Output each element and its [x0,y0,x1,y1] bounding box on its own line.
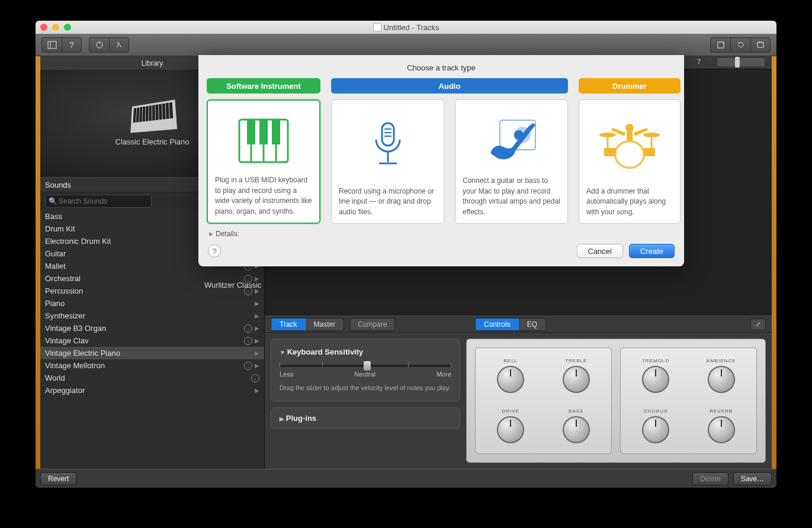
zoom-slider[interactable] [717,58,765,66]
loop-browser-button[interactable] [730,37,750,53]
download-icon[interactable]: ↓ [244,362,252,370]
expand-button[interactable]: ⤢ [750,318,766,330]
create-button[interactable]: Create [629,244,675,258]
main-toolbar: ? [36,34,776,56]
piano-keys-icon [215,107,312,175]
notepad-button[interactable] [710,37,730,53]
quick-help-button[interactable]: ? [62,37,82,53]
plugins-panel[interactable]: Plug-ins [271,407,460,429]
cancel-button[interactable]: Cancel [577,244,623,258]
disclosure-triangle-icon: ▶ [209,231,213,237]
chevron-right-icon: ▶ [255,300,259,307]
audio-guitar-card[interactable]: Connect a guitar or bass to your Mac to … [455,99,568,224]
download-icon[interactable]: ↓ [251,374,259,382]
drummer-icon [586,106,673,186]
revert-button[interactable]: Revert [40,472,76,485]
details-disclosure[interactable]: ▶Details: [198,224,684,240]
category-synthesizer[interactable]: Synthesizer▶ [40,310,264,322]
knob-reverb[interactable] [708,416,735,443]
svg-rect-15 [382,123,394,146]
category-arpeggiator[interactable]: Arpeggiator▶ [40,384,264,397]
chevron-right-icon: ▶ [255,325,259,331]
knob-label: AMBIENCE [707,358,736,363]
smart-controls: Track Master Compare Controls EQ ⤢ Keybo… [265,315,772,469]
download-icon[interactable]: ↓ [244,324,252,333]
preview-label: Classic Electric Piano [115,137,190,146]
tab-master[interactable]: Master [306,318,344,330]
keyboard-sensitivity-panel: Keyboard Sensitivity Less Neutral More D… [271,339,460,401]
knob-label: TREMOLO [642,358,670,363]
software-instrument-header[interactable]: Software Instrument [207,78,320,94]
tab-eq[interactable]: EQ [519,318,545,330]
svg-rect-0 [48,41,56,49]
knob-drive[interactable] [497,416,524,443]
knob-group: TREMOLOAMBIENCECHORUSREVERB [620,347,757,454]
ruler-marker: 7 [697,58,701,65]
right-edge [772,56,776,469]
knob-bass[interactable] [563,416,590,443]
library-toggle-button[interactable] [41,37,62,53]
download-icon[interactable]: ↓ [244,337,252,345]
slider-hint: Drag the slider to adjust the velocity l… [280,384,451,392]
knob-tremolo[interactable] [642,366,669,393]
search-icon: 🔍 [49,197,57,205]
knob-label: CHORUS [644,408,668,414]
compare-button[interactable]: Compare [350,318,394,331]
drummer-header[interactable]: Drummer [579,78,681,94]
svg-rect-12 [247,120,255,144]
sensitivity-slider[interactable] [280,365,451,367]
knob-surface: BELLTREBLEDRIVEBASSTREMOLOAMBIENCECHORUS… [466,339,766,463]
svg-rect-14 [272,120,280,144]
svg-rect-13 [259,120,268,144]
audio-mic-card[interactable]: Record using a microphone or line input … [331,99,444,224]
audio-mic-desc: Record using a microphone or line input … [339,186,437,217]
knob-label: TREBLE [565,358,587,363]
save-button[interactable]: Save… [733,472,772,485]
category-vintage-clav[interactable]: Vintage Clav↓▶ [40,334,264,347]
category-vintage-electric-piano[interactable]: Vintage Electric Piano▶ [40,347,264,359]
knob-treble[interactable] [563,366,590,393]
category-world[interactable]: World↓ [40,372,264,384]
media-browser-button[interactable] [750,37,771,53]
category-vintage-mellotron[interactable]: Vintage Mellotron↓▶ [40,359,264,372]
tab-controls[interactable]: Controls [476,318,519,330]
software-instrument-card[interactable]: Plug in a USB MIDI keyboard to play and … [207,99,320,224]
category-vintage-b3-organ[interactable]: Vintage B3 Organ↓▶ [40,322,264,334]
svg-rect-6 [759,41,760,43]
audio-guitar-desc: Connect a guitar or bass to your Mac to … [463,176,560,217]
knob-bell[interactable] [497,366,524,393]
knob-group: BELLTREBLEDRIVEBASS [475,347,612,454]
panel-title[interactable]: Keyboard Sensitivity [280,347,451,356]
category-piano[interactable]: Piano▶ [40,297,264,310]
svg-point-28 [615,141,644,168]
svg-rect-30 [643,148,655,156]
controls-eq-segment[interactable]: Controls EQ [475,318,546,331]
knob-label: BASS [569,408,583,414]
smart-controls-button[interactable] [89,37,109,53]
audio-header[interactable]: Audio [331,78,568,94]
guitar-icon [463,106,560,176]
dialog-title: Choose a track type [198,55,684,78]
knob-ambience[interactable] [708,366,735,393]
search-input[interactable] [45,195,152,208]
window-title: Untitled - Tracks [36,23,776,32]
track-master-segment[interactable]: Track Master [271,318,344,331]
library-footer: Revert Delete Save… [36,469,776,488]
svg-rect-5 [758,43,763,47]
chevron-right-icon: ▶ [255,350,259,356]
slider-min: Less [280,371,293,378]
knob-label: BELL [503,358,518,363]
slider-handle[interactable] [364,361,371,371]
zoom-handle[interactable] [735,57,740,67]
editors-button[interactable] [109,37,129,53]
svg-rect-29 [604,148,616,156]
tab-track[interactable]: Track [271,318,306,330]
drummer-card[interactable]: Add a drummer that automatically plays a… [579,99,681,224]
knob-label: REVERB [710,408,733,414]
library-patch-item[interactable]: Wurlitzer Classic [198,277,305,293]
microphone-icon [339,106,437,186]
slider-max: More [437,371,451,378]
help-button[interactable]: ? [208,244,221,257]
knob-chorus[interactable] [642,416,669,443]
delete-button[interactable]: Delete [692,472,728,485]
